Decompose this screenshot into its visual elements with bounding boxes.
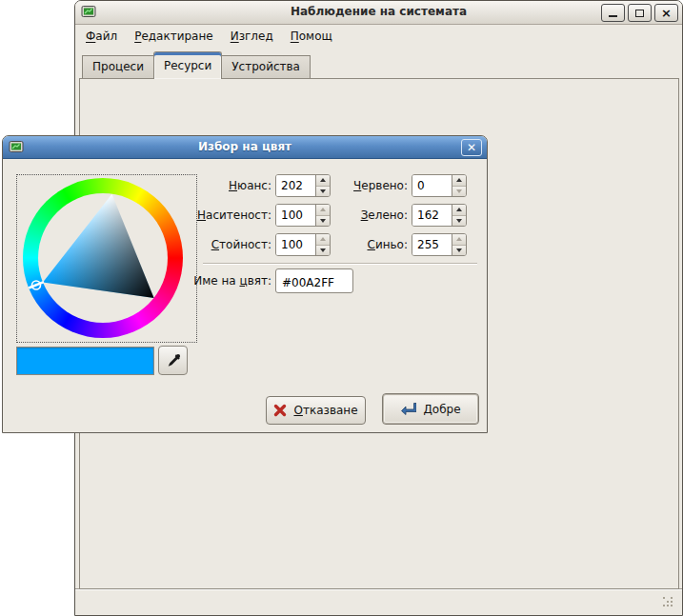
value-label: Стойност: bbox=[165, 238, 271, 251]
saturation-label: Наситеност: bbox=[165, 209, 271, 222]
cancel-x-icon bbox=[273, 404, 287, 417]
maximize-icon bbox=[635, 10, 644, 17]
menu-edit[interactable]: Редактиране bbox=[126, 26, 222, 48]
screenshot-root: Наблюдение на системата × Файл Редактира… bbox=[0, 0, 683, 616]
hue-label: Нюанс: bbox=[165, 179, 271, 192]
green-spin-up[interactable] bbox=[452, 205, 466, 216]
eyedropper-icon bbox=[166, 353, 181, 368]
dialog-close-button[interactable]: ✕ bbox=[461, 139, 482, 156]
color-name-input[interactable] bbox=[275, 268, 353, 293]
red-spinbox[interactable] bbox=[412, 174, 467, 197]
menubar: Файл Редактиране Изглед Помощ bbox=[77, 26, 680, 48]
dialog-separator bbox=[203, 263, 477, 265]
green-spin-down[interactable] bbox=[452, 216, 466, 227]
blue-spinbox[interactable] bbox=[412, 233, 467, 256]
menu-help[interactable]: Помощ bbox=[282, 26, 341, 48]
hue-spinbox[interactable] bbox=[275, 174, 331, 197]
value-spinbox[interactable] bbox=[275, 233, 331, 256]
tab-processes[interactable]: Процеси bbox=[82, 55, 154, 79]
selected-color-preview bbox=[16, 347, 154, 375]
resize-grip[interactable] bbox=[663, 597, 674, 608]
main-window-title: Наблюдение на системата bbox=[75, 5, 682, 18]
statusbar bbox=[75, 588, 682, 615]
tab-strip: Процеси Ресурси Устройства bbox=[82, 50, 310, 79]
green-label: Зелено: bbox=[327, 209, 408, 222]
sv-triangle[interactable] bbox=[23, 178, 183, 338]
ok-button-label: Добре bbox=[423, 403, 460, 416]
red-spin-down[interactable] bbox=[452, 187, 466, 197]
blue-spin-down[interactable] bbox=[452, 246, 466, 256]
ok-button[interactable]: Добре bbox=[382, 393, 479, 425]
color-picker-dialog: Избор на цвят ✕ bbox=[2, 135, 488, 433]
main-titlebar[interactable]: Наблюдение на системата × bbox=[75, 1, 682, 25]
hue-input[interactable] bbox=[276, 175, 315, 196]
blue-spin-up[interactable] bbox=[452, 234, 466, 246]
color-name-label: Име на цвят: bbox=[191, 274, 271, 288]
cancel-button[interactable]: Отказване bbox=[266, 396, 366, 425]
blue-label: Синьо: bbox=[327, 238, 408, 251]
tab-resources[interactable]: Ресурси bbox=[153, 51, 222, 79]
green-spinbox[interactable] bbox=[412, 204, 467, 227]
dialog-title: Избор на цвят bbox=[3, 140, 487, 153]
close-button[interactable]: × bbox=[654, 4, 678, 22]
saturation-input[interactable] bbox=[276, 205, 315, 226]
enter-arrow-icon bbox=[400, 402, 416, 416]
eyedropper-button[interactable] bbox=[158, 346, 188, 375]
menu-file[interactable]: Файл bbox=[77, 26, 126, 48]
close-icon: × bbox=[661, 7, 672, 19]
red-spin-up[interactable] bbox=[452, 175, 466, 187]
blue-input[interactable] bbox=[412, 234, 452, 255]
minimize-button[interactable] bbox=[601, 4, 625, 22]
value-input[interactable] bbox=[276, 234, 315, 255]
saturation-spinbox[interactable] bbox=[275, 204, 331, 227]
red-input[interactable] bbox=[412, 175, 452, 196]
hue-ring[interactable] bbox=[23, 178, 183, 338]
minimize-icon bbox=[609, 15, 617, 18]
tab-devices[interactable]: Устройства bbox=[221, 55, 311, 79]
hue-marker-line bbox=[29, 282, 44, 288]
dialog-titlebar[interactable]: Избор на цвят ✕ bbox=[3, 136, 487, 159]
green-input[interactable] bbox=[412, 205, 452, 226]
red-label: Червено: bbox=[327, 179, 408, 192]
cancel-button-label: Отказване bbox=[293, 404, 357, 417]
maximize-button[interactable] bbox=[628, 4, 652, 22]
menu-view[interactable]: Изглед bbox=[222, 26, 282, 48]
